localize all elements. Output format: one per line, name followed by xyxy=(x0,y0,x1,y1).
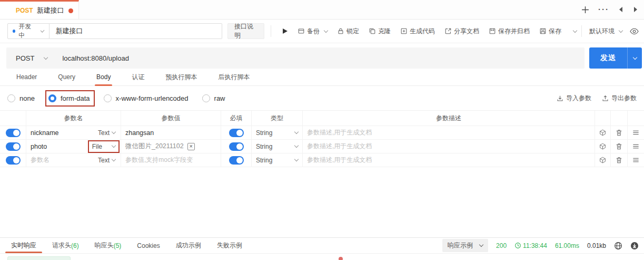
enable-toggle[interactable] xyxy=(6,129,21,137)
chevron-down-icon xyxy=(41,28,45,32)
param-name-input[interactable]: 参数名 xyxy=(31,156,49,165)
tab-auth[interactable]: 认证 xyxy=(123,69,153,85)
backup-button[interactable]: 备份 xyxy=(298,27,328,36)
export-params-button[interactable]: 导出参数 xyxy=(602,94,637,103)
required-toggle[interactable] xyxy=(229,142,244,151)
api-doc-button[interactable]: 接口说明 xyxy=(227,23,264,39)
tab-query[interactable]: Query xyxy=(49,69,84,85)
more-options-icon[interactable]: ··· xyxy=(598,7,609,12)
param-name-input[interactable]: nickname xyxy=(31,129,59,137)
data-type-select[interactable]: String xyxy=(252,140,303,153)
import-params-label: 导入参数 xyxy=(566,94,591,103)
tab-post-script[interactable]: 后执行脚本 xyxy=(209,69,259,85)
param-desc-input[interactable]: 参数描述,用于生成文档 xyxy=(307,156,372,165)
header-icon-col xyxy=(611,111,628,126)
mode-raw[interactable]: raw xyxy=(202,92,225,104)
header-toggle-col xyxy=(0,111,26,126)
tab-label: 请求头 xyxy=(52,241,71,250)
import-params-button[interactable]: 导入参数 xyxy=(557,94,591,103)
required-toggle[interactable] xyxy=(229,156,244,165)
share-doc-button[interactable]: 分享文档 xyxy=(444,27,479,36)
clock-icon xyxy=(514,242,521,249)
lock-button[interactable]: 锁定 xyxy=(337,27,359,36)
mode-urlencoded[interactable]: x-www-form-urlencoded xyxy=(104,92,189,104)
tab-label: 失败示例 xyxy=(217,241,242,250)
header-required: 必填 xyxy=(221,111,252,126)
share-icon xyxy=(444,27,452,35)
save-archive-button[interactable]: 保存并归档 xyxy=(489,27,530,36)
mock-cube-icon[interactable] xyxy=(599,156,606,164)
param-value-input[interactable]: 参数值,支持mock字段变 xyxy=(125,156,193,165)
save-button[interactable]: 保存 xyxy=(539,27,561,36)
tab-success-example[interactable]: 成功示例 xyxy=(169,238,208,253)
tab-body[interactable]: Body xyxy=(87,69,120,85)
url-input[interactable]: localhost:8080/upload xyxy=(55,54,129,62)
api-toolbar: 开发中 新建接口 接口说明 备份 锁定 克隆 生成代码 xyxy=(0,20,644,43)
generate-code-button[interactable]: 生成代码 xyxy=(400,27,435,36)
param-value-input[interactable]: zhangsan xyxy=(125,129,154,137)
response-size: 0.01kb xyxy=(587,242,606,249)
tab-label: 响应头 xyxy=(95,241,114,250)
tab-fail-example[interactable]: 失败示例 xyxy=(210,238,249,253)
field-type-select[interactable]: Text xyxy=(97,156,116,165)
param-desc-input[interactable]: 参数描述,用于生成文档 xyxy=(307,142,372,151)
field-type-value: Text xyxy=(98,129,110,137)
header-param-name: 参数名 xyxy=(26,111,121,126)
api-name-input[interactable]: 新建接口 xyxy=(49,23,222,39)
response-example-label: 响应示例 xyxy=(448,241,473,250)
save-options-button[interactable] xyxy=(571,31,577,32)
delete-trash-icon[interactable] xyxy=(615,142,623,150)
field-type-select[interactable]: Text xyxy=(97,128,116,138)
tab-label: Cookies xyxy=(137,242,160,249)
api-document-tab[interactable]: POST 新建接口 xyxy=(0,0,79,19)
mode-form-data[interactable]: form-data xyxy=(48,92,90,104)
send-options-button[interactable] xyxy=(627,47,642,69)
send-button[interactable]: 发送 xyxy=(589,47,642,69)
clone-button[interactable]: 克隆 xyxy=(369,27,391,36)
cutoff-response-content xyxy=(0,254,644,260)
globe-icon[interactable] xyxy=(614,242,622,250)
required-toggle[interactable] xyxy=(229,129,244,137)
tab-pre-script[interactable]: 预执行脚本 xyxy=(156,69,206,85)
run-button[interactable] xyxy=(282,28,288,34)
remove-file-icon[interactable]: × xyxy=(187,143,195,150)
environment-select[interactable]: 默认环境 xyxy=(589,27,622,36)
drag-menu-icon[interactable] xyxy=(632,156,640,164)
tab-response-headers[interactable]: 响应头(5) xyxy=(88,238,128,253)
mode-none[interactable]: none xyxy=(7,92,35,104)
method-value: POST xyxy=(16,54,34,62)
enable-toggle[interactable] xyxy=(6,142,21,151)
param-name-input[interactable]: photo xyxy=(31,143,47,150)
download-response-icon[interactable] xyxy=(630,242,639,250)
header-icon-col xyxy=(628,111,644,126)
tab-cookies[interactable]: Cookies xyxy=(130,238,166,253)
scroll-tabs-left-icon[interactable] xyxy=(618,6,624,13)
data-type-select[interactable]: String xyxy=(252,126,303,139)
field-type-select[interactable]: File xyxy=(91,142,116,151)
mock-cube-icon[interactable] xyxy=(599,142,606,150)
share-doc-label: 分享文档 xyxy=(454,27,479,36)
tab-header[interactable]: Header xyxy=(7,69,46,85)
scroll-tabs-right-icon[interactable] xyxy=(632,6,639,13)
tab-realtime-response[interactable]: 实时响应 xyxy=(4,238,43,253)
response-example-select[interactable]: 响应示例 xyxy=(442,239,488,252)
enable-toggle[interactable] xyxy=(6,156,21,165)
new-tab-plus-icon[interactable] xyxy=(581,5,590,14)
api-doc-label: 接口说明 xyxy=(234,22,257,40)
method-select[interactable]: POST xyxy=(6,54,55,62)
chevron-down-icon xyxy=(294,130,299,134)
radio-checked-icon xyxy=(48,94,56,102)
response-bar: 实时响应 请求头(6) 响应头(5) Cookies 成功示例 失败示例 响应示… xyxy=(0,237,644,254)
delete-trash-icon[interactable] xyxy=(615,129,623,137)
api-status-select[interactable]: 开发中 xyxy=(7,23,49,39)
drag-menu-icon[interactable] xyxy=(632,142,640,150)
tab-request-headers[interactable]: 请求头(6) xyxy=(45,238,86,253)
param-desc-input[interactable]: 参数描述,用于生成文档 xyxy=(307,128,372,137)
preview-eye-icon[interactable] xyxy=(630,28,639,35)
drag-menu-icon[interactable] xyxy=(632,129,640,137)
data-type-value: String xyxy=(256,143,272,150)
delete-trash-icon[interactable] xyxy=(615,156,623,164)
data-type-select[interactable]: String xyxy=(252,153,303,167)
mock-cube-icon[interactable] xyxy=(599,129,606,137)
header-icon-col xyxy=(595,111,611,126)
